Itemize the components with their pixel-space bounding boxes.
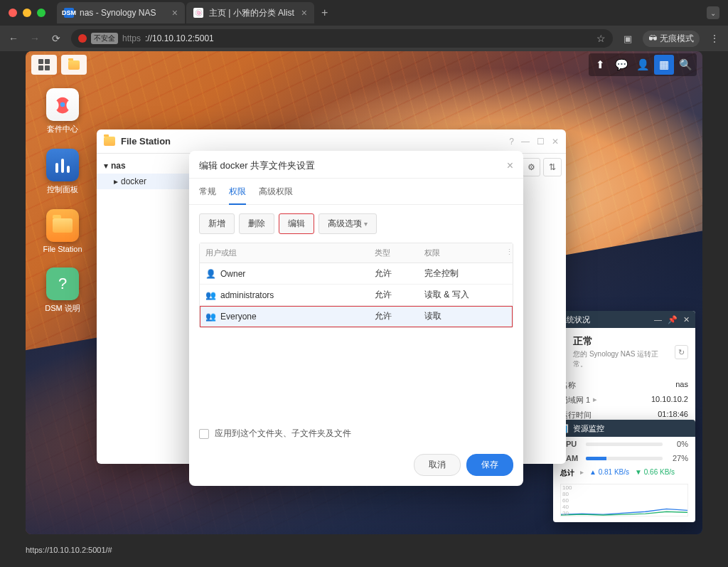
help-icon[interactable]: ?: [509, 137, 514, 147]
insecure-icon: [78, 34, 87, 43]
chevron-right-icon: ▸: [114, 176, 118, 186]
minimize-icon[interactable]: —: [654, 315, 662, 324]
topbar-right: ⬆ 💬 👤 ▦ 🔍: [589, 53, 697, 76]
tab-permissions[interactable]: 权限: [229, 186, 246, 205]
reload-button[interactable]: ↻: [675, 345, 688, 359]
window-maximize[interactable]: [37, 9, 46, 17]
icon-label: DSM 说明: [38, 303, 87, 314]
upload-speed: ▲ 0.81 KB/s: [589, 468, 629, 478]
maximize-icon[interactable]: ☐: [537, 137, 545, 147]
folder-icon: [68, 60, 80, 70]
icon-label: 控制面板: [38, 184, 87, 195]
modal-tabs: 常规 权限 高级权限: [189, 179, 523, 205]
chevron-down-icon: ▾: [104, 161, 108, 171]
main-menu-button[interactable]: [31, 55, 57, 75]
info-row-lan[interactable]: 局域网 1▸10.10.10.2: [560, 393, 688, 408]
user-icon[interactable]: 👤: [633, 55, 653, 75]
window-close[interactable]: [9, 9, 17, 17]
apply-label: 应用到这个文件夹、子文件夹及文件: [215, 428, 351, 440]
tab-close-icon[interactable]: ×: [301, 7, 307, 18]
menu-icon[interactable]: ⋮: [708, 33, 721, 44]
network-row: 总计▸ ▲ 0.81 KB/s ▼ 0.66 KB/s: [553, 465, 695, 481]
edit-shared-folder-modal: 编辑 docker 共享文件夹设置 × 常规 权限 高级权限 新增 删除 编辑 …: [189, 151, 523, 486]
cancel-button[interactable]: 取消: [414, 454, 461, 476]
col-permission[interactable]: 权限: [419, 243, 500, 263]
table-header: 用户或组 类型 权限 ⋮: [200, 243, 513, 263]
incognito-badge: 🕶 无痕模式: [643, 31, 700, 47]
tab-advanced-permissions[interactable]: 高级权限: [259, 186, 293, 204]
url-host: ://10.10.10.2:5001: [145, 33, 214, 43]
window-controls: [9, 9, 46, 17]
folder-tree: ▾nas ▸docker: [97, 154, 203, 464]
notifications-icon[interactable]: 💬: [611, 55, 631, 75]
col-type[interactable]: 类型: [369, 243, 419, 263]
svg-point-0: [60, 102, 65, 107]
tree-root[interactable]: ▾nas: [97, 158, 203, 174]
table-row[interactable]: 👥administrators 允许 读取 & 写入: [200, 285, 513, 306]
desktop-icons: 套件中心 控制面板 File Station ? DSM 说明: [38, 88, 87, 314]
close-icon[interactable]: ✕: [552, 137, 559, 147]
edit-button[interactable]: 编辑: [279, 213, 314, 234]
desktop-icon-help[interactable]: ? DSM 说明: [38, 267, 87, 314]
permissions-table: 用户或组 类型 权限 ⋮ 👤Owner 允许 完全控制 👥administrat…: [199, 243, 513, 328]
pin-icon[interactable]: 📌: [668, 315, 678, 324]
file-station-button[interactable]: [61, 55, 87, 75]
url-bar[interactable]: 不安全 https://10.10.10.2:5001 ☆: [71, 29, 613, 48]
tab-close-icon[interactable]: ×: [172, 7, 178, 18]
icon-label: 套件中心: [38, 124, 87, 134]
advanced-options-button[interactable]: 高级选项: [318, 213, 377, 234]
settings-button[interactable]: ⚙: [522, 158, 540, 176]
close-icon[interactable]: ×: [507, 159, 513, 172]
widgets-icon[interactable]: ▦: [654, 55, 674, 75]
save-button[interactable]: 保存: [466, 454, 513, 476]
dsm-topbar: ⬆ 💬 👤 ▦ 🔍: [26, 51, 702, 78]
tree-item-docker[interactable]: ▸docker: [97, 174, 203, 189]
reload-icon[interactable]: ⟳: [50, 33, 63, 44]
table-row[interactable]: 👤Owner 允许 完全控制: [200, 263, 513, 285]
close-icon[interactable]: ✕: [683, 315, 690, 324]
status-subtext: 您的 Synology NAS 运转正常。: [573, 349, 668, 369]
col-more-icon[interactable]: ⋮: [500, 243, 519, 263]
status-text: 正常: [573, 335, 668, 348]
modal-footer: 取消 保存: [189, 447, 523, 486]
tab-0[interactable]: DSM nas - Synology NAS ×: [57, 2, 185, 23]
favicon-dsm: DSM: [64, 8, 74, 18]
tab-overflow-icon[interactable]: ⌄: [707, 6, 719, 19]
minimize-icon[interactable]: —: [521, 137, 530, 147]
widget-header[interactable]: 系统状况 — 📌 ✕: [553, 311, 695, 328]
desktop-icon-control-panel[interactable]: 控制面板: [38, 149, 87, 195]
search-icon[interactable]: 🔍: [675, 55, 695, 75]
tab-1[interactable]: 🍥 主页 | 小雅的分类 Alist ×: [186, 2, 314, 23]
sort-button[interactable]: ⇅: [543, 158, 562, 176]
upload-icon[interactable]: ⬆: [590, 55, 610, 75]
tab-general[interactable]: 常规: [199, 186, 216, 204]
window-titlebar[interactable]: File Station ? — ☐ ✕: [97, 129, 566, 154]
forward-icon[interactable]: →: [28, 33, 41, 44]
table-row[interactable]: 👥Everyone 允许 读取: [200, 306, 513, 327]
resource-monitor-widget: 📊 资源监控 CPU 0% RAM 27% 总计▸ ▲ 0.81 KB/s ▼ …: [553, 420, 695, 522]
new-tab-button[interactable]: +: [316, 6, 333, 19]
apply-subfolders-row[interactable]: 应用到这个文件夹、子文件夹及文件: [189, 420, 523, 447]
icon-label: File Station: [38, 245, 87, 253]
file-station-icon: [46, 209, 79, 242]
bookmark-icon[interactable]: ☆: [596, 33, 606, 44]
col-user[interactable]: 用户或组: [200, 243, 369, 263]
cpu-meter: CPU 0%: [553, 437, 695, 451]
widget-header[interactable]: 📊 资源监控: [553, 420, 695, 437]
chevron-right-icon: ▸: [593, 395, 597, 406]
help-icon: ?: [46, 267, 79, 300]
desktop-icon-file-station[interactable]: File Station: [38, 209, 87, 253]
add-button[interactable]: 新增: [199, 213, 235, 234]
status-ok-row: ✓ 正常 您的 Synology NAS 运转正常。 ↻: [553, 328, 695, 376]
desktop-icon-package-center[interactable]: 套件中心: [38, 88, 87, 134]
reader-icon[interactable]: ▣: [621, 32, 634, 45]
tab-title: 主页 | 小雅的分类 Alist: [209, 7, 294, 19]
back-icon[interactable]: ←: [7, 33, 20, 44]
window-title: File Station: [121, 136, 171, 147]
window-minimize[interactable]: [23, 9, 31, 17]
dsm-desktop: ⬆ 💬 👤 ▦ 🔍 套件中心 控制面板 File Station: [26, 51, 702, 534]
delete-button[interactable]: 删除: [239, 213, 274, 234]
info-row-name: 名称nas: [560, 378, 688, 393]
checkbox[interactable]: [199, 429, 209, 439]
modal-title: 编辑 docker 共享文件夹设置: [199, 159, 315, 172]
